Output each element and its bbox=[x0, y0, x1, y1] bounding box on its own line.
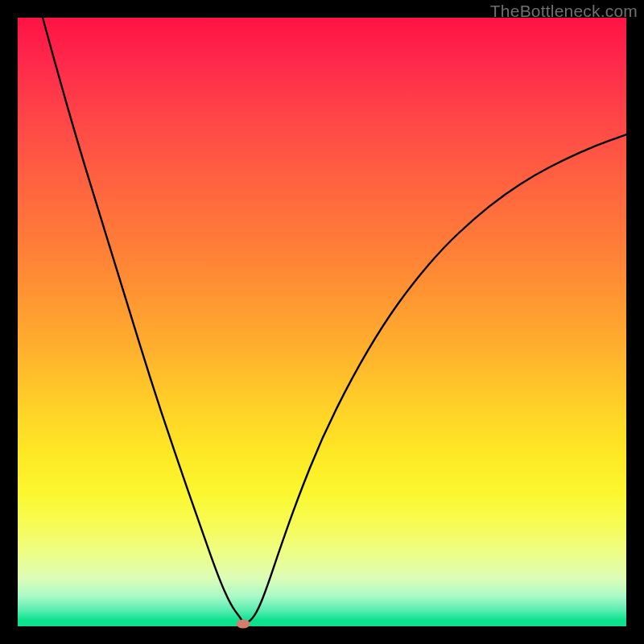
optimum-marker bbox=[236, 619, 250, 628]
chart-plot-area bbox=[18, 18, 626, 626]
bottleneck-curve bbox=[18, 18, 626, 626]
attribution-label: TheBottleneck.com bbox=[490, 2, 638, 21]
